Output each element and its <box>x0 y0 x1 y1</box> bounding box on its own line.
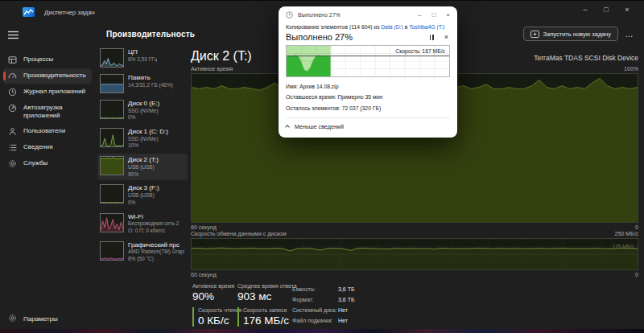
memory-mini-chart <box>100 74 124 93</box>
response-time-label: Среднее время ответа <box>237 283 297 289</box>
read-speed-value: 0 КБ/с <box>198 314 242 327</box>
sidebar-item-label: Сведения <box>23 143 53 151</box>
detail-title: Диск 2 (T:) <box>191 49 252 64</box>
transfer-chart-mid-label: 125 МБ/с <box>613 244 634 249</box>
transfer-chart-zero: 0 <box>635 272 638 278</box>
gpu-mini-chart <box>100 241 124 261</box>
settings-entry[interactable]: Параметры <box>8 314 58 324</box>
task-manager-app-icon <box>23 7 35 17</box>
window-close-button[interactable]: × <box>617 2 638 17</box>
transfer-chart-label: Скорость обмена данными с диском <box>191 231 287 236</box>
list-item-disk2[interactable]: Диск 2 (T:)USB (USB)90% <box>97 154 188 180</box>
run-new-task-label: Запустить новую задачу <box>543 31 611 38</box>
list-item-cpu[interactable]: ЦП6% 2,59 ГГц <box>97 46 188 70</box>
processes-icon <box>8 56 17 64</box>
sidebar-item-startup-apps[interactable]: Автозагрузка приложений <box>3 101 92 123</box>
run-new-task-button[interactable]: Запустить новую задачу <box>523 27 618 41</box>
list-item-memory[interactable]: Память14,3/31,2 ГБ (46%) <box>97 72 188 96</box>
read-speed-label: Скорость чтения <box>198 307 242 313</box>
dialog-titlebar: Выполнено 27% – □ × <box>279 6 457 23</box>
window-minimize-button[interactable]: – <box>575 2 596 17</box>
sidebar-item-processes[interactable]: Процессы <box>3 52 92 68</box>
file-name-line: Имя: Архив 14.08.zip <box>286 81 450 92</box>
more-options-button[interactable]: … <box>621 30 638 39</box>
disk-stats: Активное время 90% Скорость чтения 0 КБ/… <box>191 283 638 333</box>
dialog-minimize-button[interactable]: – <box>418 11 421 18</box>
sidebar: Процессы Производительность Журнал прило… <box>0 23 95 329</box>
wifi-mini-chart <box>100 213 124 232</box>
sidebar-item-services[interactable]: Службы <box>3 156 92 171</box>
gear-icon <box>8 314 17 324</box>
new-task-icon <box>530 31 539 38</box>
list-item-disk3[interactable]: Диск 3 (F:)USB (USB)0% <box>97 182 188 208</box>
copy-progress-dialog: Выполнено 27% – □ × Копирование элементо… <box>279 6 457 138</box>
sidebar-item-label: Процессы <box>23 56 53 64</box>
disk1-mini-chart <box>100 128 124 147</box>
disk3-mini-chart <box>100 184 124 204</box>
sidebar-item-label: Автозагрузка приложений <box>23 104 81 120</box>
speed-label: Скорость: 167 МБ/с <box>395 48 445 54</box>
dialog-maximize-button[interactable]: □ <box>431 11 436 18</box>
active-time-stat-label: Активное время <box>192 283 242 289</box>
active-time-chart-label: Активное время <box>191 66 233 72</box>
users-icon <box>8 127 17 136</box>
list-item-wifi[interactable]: Wi-FiБеспроводная сеть 2О: 0 П: 0 кбит/с <box>97 211 188 237</box>
progress-heading: Выполнено 27% <box>286 32 353 42</box>
copy-speed-chart: Скорость: 167 МБ/с <box>286 45 450 77</box>
destination-drive-link[interactable]: Toshiba4G (T:) <box>409 24 444 30</box>
pause-button[interactable] <box>430 34 434 40</box>
less-details-label: Меньше сведений <box>295 123 344 130</box>
transfer-rate-chart[interactable]: 125 МБ/с <box>191 238 638 270</box>
less-details-toggle[interactable]: Меньше сведений <box>279 118 457 138</box>
active-time-chart-timespan: 60 секунд <box>191 224 217 230</box>
cancel-copy-button[interactable]: × <box>444 33 448 41</box>
desktop-strip <box>0 329 644 333</box>
time-remaining-line: Оставшееся время: Примерно 35 мин <box>286 92 450 102</box>
list-item-disk0[interactable]: Диск 0 (E:)SSD (NVMe)0% <box>97 97 188 124</box>
dialog-close-button[interactable]: × <box>446 11 450 18</box>
details-list-icon <box>8 143 17 152</box>
hamburger-menu-icon[interactable] <box>8 28 19 43</box>
page-title: Производительность <box>106 30 195 39</box>
transfer-chart-timespan: 60 секунд <box>191 272 217 278</box>
sidebar-item-label: Производительность <box>23 72 86 80</box>
sidebar-item-details[interactable]: Сведения <box>3 140 92 155</box>
disk-info-table: Емкость:3,6 ТБ Формат:3,6 ТБ Системный д… <box>292 284 366 333</box>
list-item-gpu[interactable]: Графический прсAMD Radeon(TM) Grapl8% (5… <box>97 239 188 265</box>
write-speed-label: Скорость записи <box>243 307 297 313</box>
window-maximize-button[interactable]: □ <box>596 2 617 17</box>
list-item-disk1[interactable]: Диск 1 (C: D:)SSD (NVMe)10% <box>97 125 188 152</box>
write-speed-value: 176 МБ/с <box>243 314 297 327</box>
window-title: Диспетчер задач <box>44 9 95 16</box>
dialog-title: Выполнено 27% <box>298 12 341 18</box>
source-drive-link[interactable]: Data (D:) <box>381 24 403 30</box>
sidebar-item-performance[interactable]: Производительность <box>3 68 92 84</box>
response-time-value: 903 мс <box>237 290 297 302</box>
performance-icon <box>8 72 17 80</box>
disk0-mini-chart <box>100 100 124 119</box>
chevron-up-icon <box>285 125 290 130</box>
active-time-chart-max: 100% <box>624 66 638 72</box>
items-remaining-line: Осталось элементов: 72 037 (320 ГБ) <box>286 103 450 113</box>
cpu-mini-chart <box>100 48 124 68</box>
transfer-chart-max: 250 МБ/с <box>615 231 639 236</box>
active-time-stat-value: 90% <box>192 290 242 302</box>
progress-clock-icon <box>286 11 293 18</box>
sidebar-item-label: Пользователи <box>23 127 65 135</box>
device-name: TerraMas TDAS SCSI Disk Device <box>534 54 638 64</box>
sidebar-item-label: Службы <box>23 159 47 167</box>
sidebar-item-label: Журнал приложений <box>23 88 85 96</box>
active-time-chart-zero: 0 <box>635 224 638 230</box>
performance-device-list: ЦП6% 2,59 ГГц Память14,3/31,2 ГБ (46%) Д… <box>95 46 190 329</box>
history-clock-icon <box>8 88 17 97</box>
startup-icon <box>8 104 17 113</box>
copy-description: Копирование элементов (114 604) из Data … <box>286 24 450 30</box>
services-gear-icon <box>8 159 17 168</box>
settings-label: Параметры <box>23 315 58 323</box>
sidebar-item-users[interactable]: Пользователи <box>3 124 92 139</box>
sidebar-item-app-history[interactable]: Журнал приложений <box>3 84 92 100</box>
disk2-mini-chart <box>100 156 124 175</box>
